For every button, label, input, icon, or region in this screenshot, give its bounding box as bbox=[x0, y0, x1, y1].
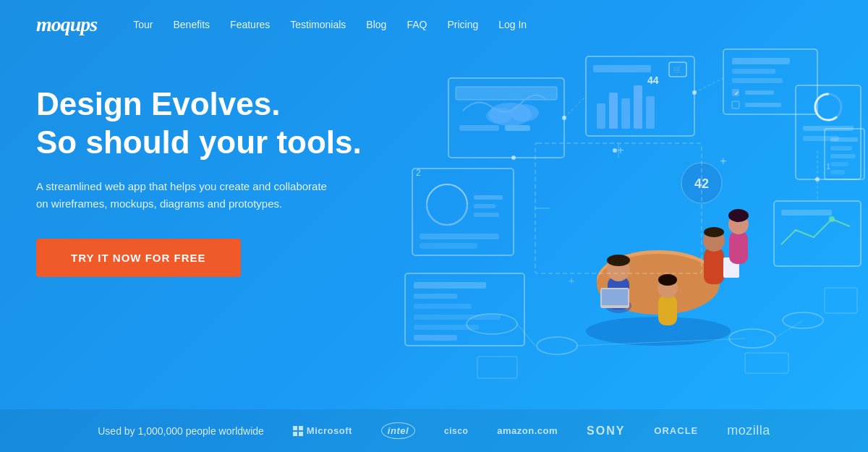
svg-text:44: 44 bbox=[647, 74, 659, 86]
svg-rect-46 bbox=[414, 335, 457, 341]
nav-features[interactable]: Features bbox=[230, 19, 270, 30]
svg-rect-15 bbox=[732, 58, 790, 64]
svg-line-53 bbox=[564, 96, 586, 118]
svg-rect-21 bbox=[732, 101, 739, 108]
hero-illustration: 🛒 44 ✓ bbox=[391, 35, 868, 411]
svg-rect-43 bbox=[414, 304, 472, 309]
svg-rect-77 bbox=[658, 295, 677, 325]
svg-point-61 bbox=[586, 317, 731, 346]
svg-point-72 bbox=[704, 227, 724, 237]
svg-rect-22 bbox=[745, 103, 781, 107]
brand-amazon: amazon.com bbox=[497, 425, 558, 436]
svg-rect-36 bbox=[420, 243, 477, 249]
nav-pricing[interactable]: Pricing bbox=[447, 19, 478, 30]
svg-rect-95 bbox=[830, 146, 852, 150]
brand-microsoft: Microsoft bbox=[293, 425, 352, 436]
svg-rect-70 bbox=[704, 248, 724, 284]
nav-blog[interactable]: Blog bbox=[366, 19, 386, 30]
svg-rect-34 bbox=[474, 213, 499, 217]
svg-text:+: + bbox=[617, 144, 624, 156]
svg-point-79 bbox=[658, 274, 677, 286]
svg-rect-42 bbox=[414, 294, 457, 299]
svg-text:1: 1 bbox=[826, 162, 830, 171]
svg-rect-44 bbox=[414, 315, 501, 320]
svg-rect-91 bbox=[745, 353, 788, 373]
svg-rect-17 bbox=[732, 78, 783, 83]
svg-rect-98 bbox=[830, 170, 845, 174]
nav-testimonials[interactable]: Testimonials bbox=[290, 19, 346, 30]
nav-links: Tour Benefits Features Testimonials Blog… bbox=[133, 18, 527, 31]
microsoft-icon bbox=[293, 426, 303, 436]
svg-rect-69 bbox=[602, 289, 628, 305]
nav-benefits[interactable]: Benefits bbox=[173, 19, 210, 30]
svg-text:2: 2 bbox=[416, 168, 421, 178]
brands-bar: Used by 1,000,000 people worldwide Micro… bbox=[0, 409, 868, 452]
svg-rect-74 bbox=[729, 231, 748, 264]
svg-rect-90 bbox=[477, 357, 517, 378]
brand-oracle: ORACLE bbox=[654, 425, 698, 436]
svg-point-56 bbox=[562, 116, 566, 120]
svg-rect-92 bbox=[825, 288, 857, 313]
svg-line-54 bbox=[694, 78, 723, 93]
svg-point-52 bbox=[486, 108, 512, 124]
brands-label: Used by 1,000,000 people worldwide bbox=[98, 425, 264, 437]
svg-point-87 bbox=[537, 337, 577, 354]
svg-point-76 bbox=[728, 209, 749, 222]
svg-rect-41 bbox=[414, 282, 486, 289]
brand-cisco: cisco bbox=[444, 426, 468, 436]
svg-rect-12 bbox=[646, 96, 655, 129]
cta-button[interactable]: TRY IT NOW FOR FREE bbox=[36, 239, 241, 277]
svg-text:🛒: 🛒 bbox=[673, 64, 683, 74]
svg-rect-16 bbox=[732, 69, 775, 74]
svg-point-88 bbox=[729, 329, 775, 348]
svg-point-67 bbox=[607, 255, 630, 266]
hero-title: Design Evolves. So should your tools. bbox=[36, 85, 362, 162]
hero-section: Design Evolves. So should your tools. A … bbox=[0, 49, 868, 409]
svg-rect-10 bbox=[621, 98, 630, 129]
svg-rect-11 bbox=[634, 85, 642, 129]
svg-rect-1 bbox=[456, 87, 557, 100]
hero-text: Design Evolves. So should your tools. A … bbox=[36, 71, 362, 277]
svg-text:✓: ✓ bbox=[734, 90, 740, 97]
svg-point-51 bbox=[510, 104, 539, 121]
svg-text:+: + bbox=[569, 275, 574, 286]
svg-rect-94 bbox=[830, 137, 858, 142]
brand-sony: SONY bbox=[587, 425, 625, 438]
brand-intel: intel bbox=[381, 422, 415, 439]
svg-point-60 bbox=[613, 148, 617, 153]
svg-text:+: + bbox=[720, 155, 726, 167]
svg-point-57 bbox=[692, 90, 697, 95]
svg-rect-9 bbox=[609, 93, 618, 129]
svg-point-58 bbox=[815, 177, 820, 182]
svg-rect-2 bbox=[459, 125, 499, 131]
page-wrapper: moqups Tour Benefits Features Testimonia… bbox=[0, 0, 868, 452]
svg-rect-97 bbox=[830, 162, 848, 166]
svg-rect-35 bbox=[420, 234, 499, 239]
svg-rect-32 bbox=[474, 195, 503, 200]
nav-login[interactable]: Log In bbox=[498, 19, 527, 30]
svg-rect-96 bbox=[830, 154, 856, 158]
navigation: moqups Tour Benefits Features Testimonia… bbox=[0, 0, 868, 49]
svg-point-59 bbox=[511, 155, 516, 160]
svg-rect-3 bbox=[505, 125, 530, 131]
svg-rect-33 bbox=[474, 204, 495, 208]
svg-rect-20 bbox=[745, 90, 774, 95]
svg-rect-48 bbox=[781, 210, 832, 216]
brand-mozilla: mozilla bbox=[727, 423, 770, 438]
svg-point-49 bbox=[829, 216, 835, 222]
hero-subtitle: A streamlined web app that helps you cre… bbox=[36, 178, 340, 213]
logo[interactable]: moqups bbox=[36, 13, 97, 36]
svg-rect-5 bbox=[593, 65, 651, 72]
nav-faq[interactable]: FAQ bbox=[407, 19, 427, 30]
nav-tour[interactable]: Tour bbox=[133, 19, 153, 30]
svg-rect-8 bbox=[597, 103, 605, 129]
